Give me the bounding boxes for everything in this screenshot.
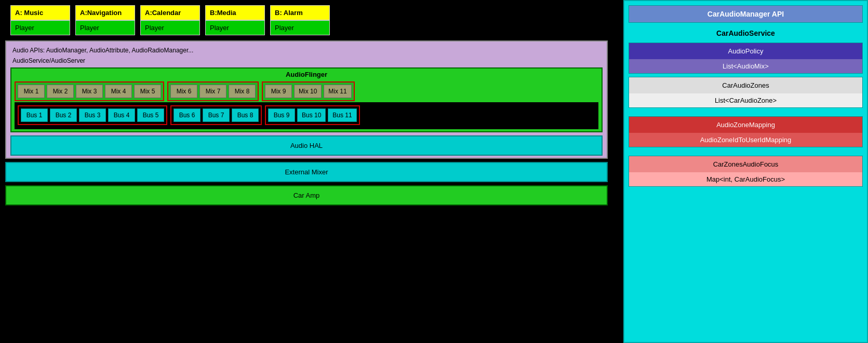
left-panel: A: Music Player A:Navigation Player A:Ca…	[0, 0, 623, 343]
mix-1: Mix 1	[18, 85, 45, 98]
car-audio-zones-box: CarAudioZones List<CarAudioZone>	[629, 77, 863, 108]
player-music-sub: Player	[10, 20, 70, 35]
car-zones-audio-focus-box: CarZonesAudioFocus Map<int, CarAudioFocu…	[629, 156, 863, 187]
mix-row: Mix 1 Mix 2 Mix 3 Mix 4 Mix 5 Mix 6 Mix …	[15, 80, 598, 102]
audioflinger-label: AudioFlinger	[15, 71, 598, 78]
bus-group-3: Bus 9 Bus 10 Bus 11	[265, 105, 360, 125]
car-amp: Car Amp	[5, 185, 608, 205]
main-diagram: Audio APIs: AudioManager, AudioAttribute…	[5, 40, 608, 159]
audio-policy-box: AudioPolicy List<AudioMix>	[629, 43, 863, 74]
audio-zone-mapping-box: AudioZoneMapping AudioZoneIdToUserIdMapp…	[629, 116, 863, 147]
mix-7: Mix 7	[199, 85, 226, 98]
bus-1: Bus 1	[21, 108, 48, 122]
bus-row: Bus 1 Bus 2 Bus 3 Bus 4 Bus 5 Bus 6 Bus …	[18, 104, 595, 126]
map-car-audio-focus-label: Map<int, CarAudioFocus>	[629, 172, 862, 186]
mix-group-3: Mix 9 Mix 10 Mix 11	[262, 81, 355, 101]
audio-hal: Audio HAL	[10, 135, 603, 156]
bus-5: Bus 5	[137, 108, 164, 122]
bus-10: Bus 10	[297, 108, 326, 122]
player-navigation-label: A:Navigation	[75, 5, 135, 20]
mix-group-1: Mix 1 Mix 2 Mix 3 Mix 4 Mix 5	[15, 81, 164, 101]
bus-group-2: Bus 6 Bus 7 Bus 8	[170, 105, 262, 125]
player-media-label: B:Media	[205, 5, 265, 20]
mix-2: Mix 2	[47, 85, 74, 98]
player-calendar: A:Calendar Player	[140, 5, 200, 35]
audio-zone-id-mapping-label: AudioZoneIdToUserIdMapping	[629, 133, 862, 147]
mix-11: Mix 11	[324, 85, 351, 98]
mix-8: Mix 8	[229, 85, 256, 98]
bus-7: Bus 7	[203, 108, 230, 122]
bus-section: Bus 1 Bus 2 Bus 3 Bus 4 Bus 5 Bus 6 Bus …	[15, 102, 598, 129]
bus-group-1: Bus 1 Bus 2 Bus 3 Bus 4 Bus 5	[18, 105, 167, 125]
player-calendar-sub: Player	[140, 20, 200, 35]
player-navigation: A:Navigation Player	[75, 5, 135, 35]
bus-9: Bus 9	[268, 108, 295, 122]
bus-8: Bus 8	[232, 108, 259, 122]
bus-4: Bus 4	[108, 108, 135, 122]
player-music-label: A: Music	[10, 5, 70, 20]
list-car-audio-zone-label: List<CarAudioZone>	[629, 93, 862, 107]
car-audio-zones-label: CarAudioZones	[629, 77, 862, 93]
player-alarm-sub: Player	[270, 20, 330, 35]
right-panel: CarAudioManager API CarAudioService Audi…	[623, 0, 868, 343]
car-audio-service-title: CarAudioService	[629, 26, 863, 40]
player-navigation-sub: Player	[75, 20, 135, 35]
mix-group-2: Mix 6 Mix 7 Mix 8	[167, 81, 259, 101]
mix-6: Mix 6	[170, 85, 197, 98]
player-music: A: Music Player	[10, 5, 70, 35]
mix-9: Mix 9	[265, 85, 292, 98]
mix-3: Mix 3	[76, 85, 103, 98]
player-media: B:Media Player	[205, 5, 265, 35]
player-alarm-label: B: Alarm	[270, 5, 330, 20]
mix-10: Mix 10	[294, 85, 322, 98]
audioservice-text: AudioService/AudioServer	[10, 56, 603, 65]
apis-text: Audio APIs: AudioManager, AudioAttribute…	[10, 46, 603, 55]
audio-zone-mapping-label: AudioZoneMapping	[629, 117, 862, 133]
bus-3: Bus 3	[79, 108, 106, 122]
mix-5: Mix 5	[134, 85, 161, 98]
player-alarm: B: Alarm Player	[270, 5, 330, 35]
car-zones-audio-focus-label: CarZonesAudioFocus	[629, 156, 862, 172]
external-mixer: External Mixer	[5, 162, 608, 182]
players-row: A: Music Player A:Navigation Player A:Ca…	[10, 5, 618, 35]
bus-6: Bus 6	[173, 108, 201, 122]
car-audio-manager-api: CarAudioManager API	[629, 5, 863, 23]
audio-policy-label: AudioPolicy	[629, 43, 862, 59]
player-calendar-label: A:Calendar	[140, 5, 200, 20]
audioflinger-section: AudioFlinger Mix 1 Mix 2 Mix 3 Mix 4 Mix…	[10, 67, 603, 132]
mix-4: Mix 4	[105, 85, 132, 98]
list-audio-mix-label: List<AudioMix>	[629, 59, 862, 73]
bus-11: Bus 11	[328, 108, 356, 122]
bus-2: Bus 2	[50, 108, 77, 122]
player-media-sub: Player	[205, 20, 265, 35]
